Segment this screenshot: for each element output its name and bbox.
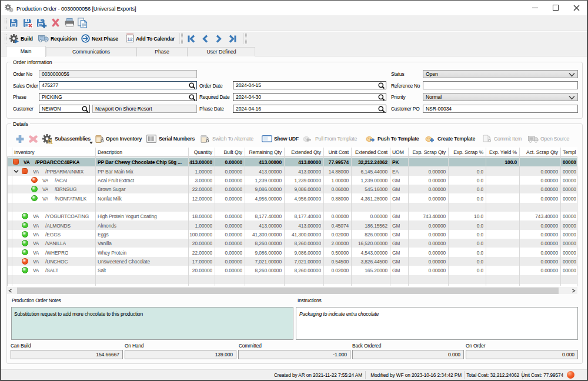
svg-text:12: 12 <box>128 36 133 42</box>
